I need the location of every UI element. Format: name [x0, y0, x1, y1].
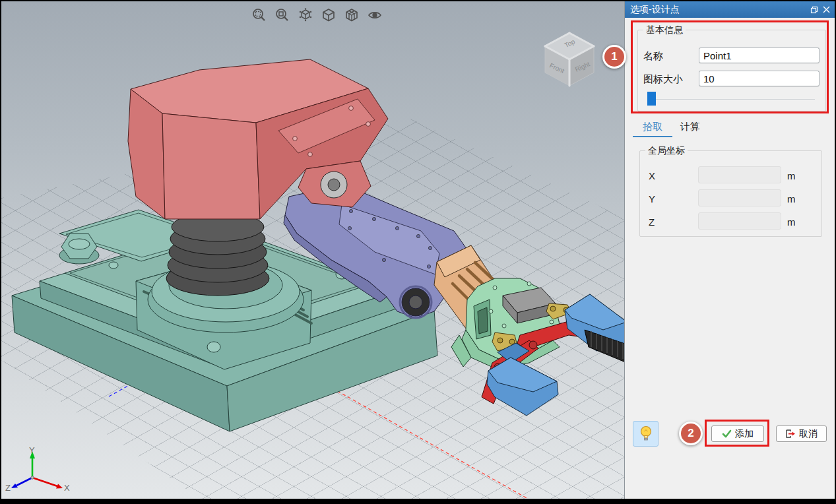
- lightbulb-icon: [639, 425, 653, 443]
- triad-z-label: Z: [5, 483, 11, 493]
- cancel-button[interactable]: 取消: [776, 425, 827, 442]
- view-cube[interactable]: Top Front Right: [541, 30, 598, 91]
- panel-titlebar[interactable]: 选项-设计点: [625, 1, 835, 18]
- view-style-cube-icon[interactable]: [343, 7, 360, 24]
- icon-size-slider-handle[interactable]: [647, 92, 656, 106]
- icon-size-input[interactable]: [699, 71, 820, 86]
- coord-x-label: X: [649, 170, 655, 181]
- hint-bulb-button[interactable]: [633, 421, 659, 447]
- step-badge-2: 2: [679, 422, 703, 445]
- bellows-column[interactable]: [166, 212, 269, 296]
- coord-y-input[interactable]: [698, 189, 781, 206]
- global-coords-legend: 全局坐标: [645, 145, 688, 157]
- coord-y-unit: m: [787, 193, 796, 205]
- triad-y-label: Y: [29, 445, 35, 455]
- coord-y-label: Y: [649, 193, 655, 205]
- name-label: 名称: [643, 50, 663, 63]
- coord-z-label: Z: [649, 216, 655, 228]
- 3d-viewport[interactable]: Top Front Right Y X Z: [1, 1, 624, 499]
- zoom-selection-icon[interactable]: [297, 7, 314, 24]
- application-window: Top Front Right Y X Z 选项-设计点: [0, 0, 836, 504]
- tab-pick[interactable]: 拾取: [633, 121, 672, 135]
- add-button[interactable]: 添加: [711, 425, 764, 442]
- coord-z-unit: m: [787, 216, 796, 228]
- robot-arm-model[interactable]: [1, 1, 624, 499]
- tab-compute[interactable]: 计算: [677, 121, 703, 135]
- coord-x-unit: m: [787, 170, 796, 181]
- zoom-fit-icon[interactable]: [251, 7, 268, 24]
- icon-size-label: 图标大小: [643, 73, 683, 86]
- panel-title: 选项-设计点: [630, 4, 680, 16]
- icon-size-slider-track[interactable]: [649, 99, 815, 100]
- close-icon[interactable]: [821, 4, 832, 15]
- coordinate-triad: Y X Z: [5, 445, 71, 494]
- triad-x-label: X: [64, 483, 70, 493]
- viewport-toolbar: [251, 7, 383, 24]
- step-badge-1: 1: [602, 45, 626, 69]
- coord-z-input[interactable]: [698, 212, 781, 230]
- options-design-point-panel: 选项-设计点 基本信息 名称 图标大小 拾取 计算 全局坐标: [624, 1, 835, 499]
- shoulder-housing[interactable]: [128, 59, 388, 219]
- coord-x-input[interactable]: [698, 166, 781, 183]
- view-cube-solid-icon[interactable]: [320, 7, 337, 24]
- exit-arrow-icon: [785, 429, 796, 439]
- visibility-eye-icon[interactable]: [366, 7, 383, 24]
- float-window-icon[interactable]: [808, 4, 820, 15]
- active-tab-underline: [633, 136, 672, 137]
- zoom-window-icon[interactable]: [274, 7, 291, 24]
- basic-info-legend: 基本信息: [643, 24, 686, 36]
- check-icon: [722, 429, 732, 438]
- name-input[interactable]: [699, 47, 820, 63]
